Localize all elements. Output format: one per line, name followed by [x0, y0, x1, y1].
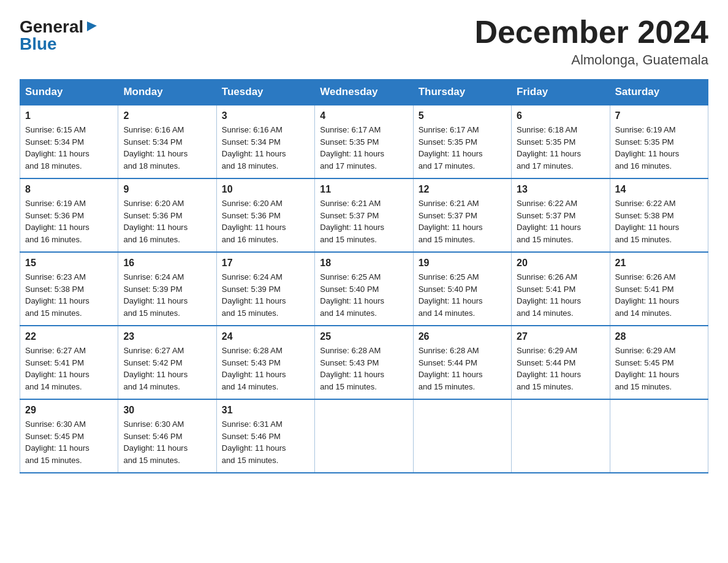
day-info: Sunrise: 6:18 AMSunset: 5:35 PMDaylight:… — [517, 124, 604, 172]
daylight-text-2: and 15 minutes. — [615, 382, 672, 391]
sunrise-text: Sunrise: 6:22 AM — [615, 199, 676, 208]
sunrise-text: Sunrise: 6:15 AM — [25, 125, 86, 134]
daylight-text-1: Daylight: 11 hours — [123, 296, 188, 305]
day-number: 29 — [25, 405, 113, 416]
day-info: Sunrise: 6:19 AMSunset: 5:36 PMDaylight:… — [25, 197, 113, 245]
sunrise-text: Sunrise: 6:28 AM — [320, 346, 381, 355]
sunset-text: Sunset: 5:34 PM — [123, 137, 182, 147]
sunset-text: Sunset: 5:41 PM — [517, 285, 575, 294]
daylight-text-2: and 15 minutes. — [517, 235, 574, 244]
week-row-3: 15Sunrise: 6:23 AMSunset: 5:38 PMDayligh… — [20, 252, 708, 326]
sunset-text: Sunset: 5:38 PM — [615, 211, 674, 220]
day-cell-12: 12Sunrise: 6:21 AMSunset: 5:37 PMDayligh… — [413, 178, 511, 252]
daylight-text-2: and 17 minutes. — [320, 161, 377, 170]
day-info: Sunrise: 6:27 AMSunset: 5:41 PMDaylight:… — [25, 345, 113, 393]
empty-cell — [610, 399, 708, 473]
day-number: 17 — [222, 258, 309, 269]
day-info: Sunrise: 6:30 AMSunset: 5:45 PMDaylight:… — [25, 418, 113, 466]
daylight-text-1: Daylight: 11 hours — [222, 443, 286, 453]
column-header-friday: Friday — [512, 80, 610, 105]
daylight-text-1: Daylight: 11 hours — [419, 370, 483, 379]
daylight-text-1: Daylight: 11 hours — [320, 149, 384, 158]
daylight-text-2: and 17 minutes. — [517, 161, 574, 170]
day-number: 20 — [517, 258, 604, 269]
day-info: Sunrise: 6:25 AMSunset: 5:40 PMDaylight:… — [320, 271, 408, 319]
sunset-text: Sunset: 5:35 PM — [320, 137, 379, 147]
sunrise-text: Sunrise: 6:22 AM — [517, 199, 577, 208]
day-info: Sunrise: 6:16 AMSunset: 5:34 PMDaylight:… — [222, 124, 309, 172]
day-info: Sunrise: 6:28 AMSunset: 5:43 PMDaylight:… — [222, 345, 309, 393]
daylight-text-1: Daylight: 11 hours — [517, 296, 581, 305]
day-cell-19: 19Sunrise: 6:25 AMSunset: 5:40 PMDayligh… — [413, 252, 511, 326]
sunrise-text: Sunrise: 6:19 AM — [25, 199, 86, 208]
day-number: 12 — [419, 184, 506, 195]
day-cell-16: 16Sunrise: 6:24 AMSunset: 5:39 PMDayligh… — [118, 252, 216, 326]
day-cell-23: 23Sunrise: 6:27 AMSunset: 5:42 PMDayligh… — [118, 326, 216, 399]
sunset-text: Sunset: 5:36 PM — [25, 211, 84, 220]
daylight-text-1: Daylight: 11 hours — [25, 149, 89, 158]
sunset-text: Sunset: 5:44 PM — [419, 358, 477, 367]
sunrise-text: Sunrise: 6:28 AM — [419, 346, 479, 355]
sunrise-text: Sunrise: 6:26 AM — [517, 272, 577, 282]
daylight-text-2: and 16 minutes. — [615, 161, 672, 170]
sunrise-text: Sunrise: 6:29 AM — [615, 346, 676, 355]
day-cell-4: 4Sunrise: 6:17 AMSunset: 5:35 PMDaylight… — [315, 105, 413, 178]
day-number: 7 — [615, 110, 703, 121]
day-cell-13: 13Sunrise: 6:22 AMSunset: 5:37 PMDayligh… — [512, 178, 610, 252]
day-number: 1 — [25, 110, 113, 121]
daylight-text-1: Daylight: 11 hours — [517, 370, 581, 379]
daylight-text-1: Daylight: 11 hours — [25, 296, 89, 305]
sunrise-text: Sunrise: 6:17 AM — [419, 125, 479, 134]
day-info: Sunrise: 6:20 AMSunset: 5:36 PMDaylight:… — [222, 197, 309, 245]
sunset-text: Sunset: 5:37 PM — [517, 211, 575, 220]
day-number: 30 — [123, 405, 211, 416]
daylight-text-2: and 15 minutes. — [320, 235, 377, 244]
sunrise-text: Sunrise: 6:28 AM — [222, 346, 282, 355]
day-info: Sunrise: 6:17 AMSunset: 5:35 PMDaylight:… — [419, 124, 506, 172]
daylight-text-1: Daylight: 11 hours — [320, 370, 384, 379]
sunrise-text: Sunrise: 6:24 AM — [222, 272, 282, 282]
day-cell-7: 7Sunrise: 6:19 AMSunset: 5:35 PMDaylight… — [610, 105, 708, 178]
title-block: December 2024 Almolonga, Guatemala — [474, 15, 708, 68]
day-cell-25: 25Sunrise: 6:28 AMSunset: 5:43 PMDayligh… — [315, 326, 413, 399]
day-info: Sunrise: 6:21 AMSunset: 5:37 PMDaylight:… — [320, 197, 408, 245]
column-header-thursday: Thursday — [413, 80, 511, 105]
calendar-header: SundayMondayTuesdayWednesdayThursdayFrid… — [20, 80, 708, 105]
day-number: 28 — [615, 331, 703, 342]
day-cell-24: 24Sunrise: 6:28 AMSunset: 5:43 PMDayligh… — [216, 326, 314, 399]
sunrise-text: Sunrise: 6:30 AM — [123, 419, 184, 429]
day-number: 27 — [517, 331, 604, 342]
daylight-text-2: and 16 minutes. — [222, 235, 279, 244]
sunset-text: Sunset: 5:43 PM — [320, 358, 379, 367]
daylight-text-1: Daylight: 11 hours — [123, 223, 188, 232]
daylight-text-1: Daylight: 11 hours — [320, 296, 384, 305]
daylight-text-1: Daylight: 11 hours — [517, 223, 581, 232]
sunset-text: Sunset: 5:37 PM — [320, 211, 379, 220]
daylight-text-2: and 15 minutes. — [25, 308, 82, 318]
daylight-text-1: Daylight: 11 hours — [222, 149, 286, 158]
day-number: 15 — [25, 258, 113, 269]
day-info: Sunrise: 6:25 AMSunset: 5:40 PMDaylight:… — [419, 271, 506, 319]
day-number: 8 — [25, 184, 113, 195]
daylight-text-2: and 14 minutes. — [517, 308, 574, 318]
day-number: 5 — [419, 110, 506, 121]
logo-triangle-icon — [85, 19, 98, 33]
day-number: 3 — [222, 110, 309, 121]
daylight-text-2: and 15 minutes. — [222, 308, 279, 318]
day-info: Sunrise: 6:20 AMSunset: 5:36 PMDaylight:… — [123, 197, 211, 245]
day-info: Sunrise: 6:16 AMSunset: 5:34 PMDaylight:… — [123, 124, 211, 172]
sunrise-text: Sunrise: 6:21 AM — [320, 199, 381, 208]
daylight-text-2: and 14 minutes. — [123, 382, 180, 391]
daylight-text-1: Daylight: 11 hours — [419, 149, 483, 158]
column-header-saturday: Saturday — [610, 80, 708, 105]
daylight-text-2: and 16 minutes. — [25, 235, 82, 244]
week-row-5: 29Sunrise: 6:30 AMSunset: 5:45 PMDayligh… — [20, 399, 708, 473]
day-info: Sunrise: 6:28 AMSunset: 5:43 PMDaylight:… — [320, 345, 408, 393]
day-cell-31: 31Sunrise: 6:31 AMSunset: 5:46 PMDayligh… — [216, 399, 314, 473]
sunset-text: Sunset: 5:35 PM — [517, 137, 575, 147]
day-info: Sunrise: 6:26 AMSunset: 5:41 PMDaylight:… — [517, 271, 604, 319]
sunset-text: Sunset: 5:46 PM — [123, 432, 182, 441]
sunrise-text: Sunrise: 6:24 AM — [123, 272, 184, 282]
day-cell-17: 17Sunrise: 6:24 AMSunset: 5:39 PMDayligh… — [216, 252, 314, 326]
sunset-text: Sunset: 5:40 PM — [419, 285, 477, 294]
